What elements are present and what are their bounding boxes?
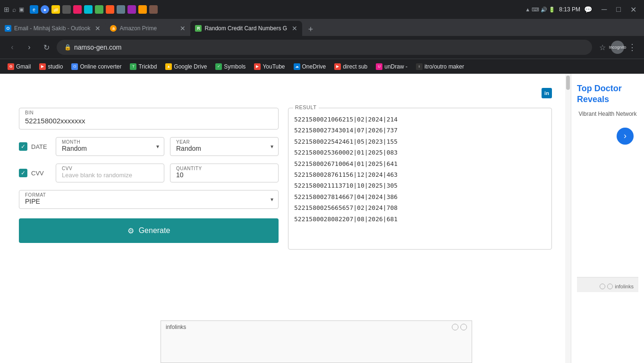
forward-button[interactable]: › — [23, 41, 36, 54]
bookmark-trickbd[interactable]: T Trickbd — [126, 62, 161, 71]
main-area: in BIN ✓ DAT — [0, 74, 571, 363]
cvv-checkbox-label: CVV — [31, 170, 50, 177]
result-line: 5221580025360002|01|2025|083 — [294, 147, 546, 158]
tab-outlook[interactable]: O Email - Minhaj Sakib - Outlook ✕ — [0, 21, 105, 36]
format-value: PIPE — [25, 198, 40, 205]
tab-outlook-title: Email - Minhaj Sakib - Outlook — [14, 25, 90, 32]
cvv-checkbox[interactable]: ✓ — [19, 169, 27, 177]
ad-title: Top Doctor Reveals — [577, 83, 638, 105]
taskbar-app5[interactable] — [106, 5, 114, 14]
infolinks-close-icon[interactable] — [460, 324, 467, 330]
format-dropdown[interactable]: FORMAT PIPE ▾ — [19, 190, 279, 209]
result-lines: 5221580021066215|02|2024|214522158002734… — [294, 114, 546, 225]
address-input[interactable]: 🔒 namso-gen.com — [57, 40, 592, 55]
result-section: RESULT 5221580021066215|02|2024|21452215… — [288, 108, 552, 250]
year-value: Random — [176, 145, 201, 152]
linkedin-area: in — [19, 88, 552, 98]
date-checkbox-row: ✓ DATE — [19, 142, 50, 151]
month-value: Random — [62, 145, 87, 152]
tab-gen-close[interactable]: ✕ — [292, 25, 297, 32]
incognito-button[interactable]: Incognito — [611, 41, 624, 54]
tab-amazon[interactable]: a Amazon Prime ✕ — [105, 21, 190, 36]
month-arrow-icon: ▾ — [156, 143, 159, 150]
infolinks-close-icons — [452, 324, 467, 330]
year-label: YEAR — [176, 139, 190, 145]
clock: 8:13 PM — [559, 6, 580, 13]
taskbar-chrome[interactable]: ● — [41, 5, 49, 14]
notification-icon[interactable]: 💬 — [584, 6, 592, 13]
left-form: BIN ✓ DATE MONTH Random ▾ — [19, 108, 279, 243]
cvv-checkbox-row: ✓ CVV — [19, 169, 50, 177]
bookmark-symbols[interactable]: ✓ Symbols — [212, 62, 249, 71]
taskbar-app2[interactable] — [73, 5, 82, 14]
bin-input[interactable] — [25, 110, 272, 125]
taskbar-app8[interactable] — [138, 5, 147, 14]
new-tab-button[interactable]: + — [304, 23, 317, 36]
bookmark-undraw[interactable]: U unDraw - — [372, 62, 411, 71]
vertical-scrollbar[interactable] — [565, 74, 571, 363]
tab-gen[interactable]: R Random Credit Card Numbers G ✕ — [190, 21, 302, 36]
cvv-placeholder: Leave blank to randomize — [62, 171, 132, 179]
browser-menu-button[interactable]: ⋮ — [626, 42, 638, 52]
taskbar-app4[interactable] — [95, 5, 103, 14]
bookmark-star-icon[interactable]: ☆ — [596, 41, 609, 54]
close-btn[interactable]: ✕ — [627, 5, 640, 14]
result-container: RESULT 5221580021066215|02|2024|21452215… — [288, 108, 552, 250]
year-dropdown[interactable]: YEAR Random ▾ — [170, 137, 279, 156]
result-line: 5221580021113710|10|2025|305 — [294, 180, 546, 191]
infolinks-bar-label: infolinks — [166, 324, 452, 330]
infolinks-dot-1[interactable] — [600, 284, 605, 289]
date-checkbox[interactable]: ✓ — [19, 142, 27, 151]
ad-subtitle: Vibrant Health Network — [578, 110, 636, 118]
linkedin-icon[interactable]: in — [542, 88, 552, 98]
date-label: DATE — [31, 143, 50, 150]
windows-icon[interactable]: ⊞ — [4, 6, 9, 13]
reload-button[interactable]: ↻ — [40, 41, 53, 54]
quantity-label: QUANTITY — [176, 166, 202, 171]
taskbar-app1[interactable] — [62, 5, 71, 14]
form-section: BIN ✓ DATE MONTH Random ▾ — [19, 108, 552, 250]
bookmark-youtube[interactable]: ▶ YouTube — [250, 62, 288, 71]
taskbar-app6[interactable] — [117, 5, 125, 14]
bookmark-onedrive[interactable]: ☁ OneDrive — [290, 62, 330, 71]
bookmark-studio[interactable]: ▶ studio — [35, 62, 67, 71]
infolinks-info-icon[interactable] — [452, 324, 458, 330]
bookmark-gmail[interactable]: G Gmail — [4, 62, 34, 71]
ad-arrow-button[interactable]: › — [617, 128, 634, 145]
bookmark-online-converter[interactable]: O Online converter — [68, 62, 125, 71]
taskbar-app7[interactable] — [127, 5, 136, 14]
task-view-icon[interactable]: ▣ — [19, 6, 24, 13]
address-bar: ‹ › ↻ 🔒 namso-gen.com ☆ Incognito ⋮ — [0, 36, 644, 59]
infolinks-dot-2[interactable] — [607, 284, 613, 289]
taskbar-app9[interactable] — [149, 5, 158, 14]
bookmarks-bar: G Gmail ▶ studio O Online converter T Tr… — [0, 59, 644, 74]
url-text: namso-gen.com — [74, 43, 121, 51]
tab-outlook-close[interactable]: ✕ — [95, 25, 101, 32]
search-icon[interactable]: ⌕ — [12, 6, 16, 13]
taskbar-explorer[interactable]: 📁 — [51, 5, 60, 14]
tab-amazon-close[interactable]: ✕ — [180, 25, 186, 32]
bookmark-itro[interactable]: i itro/outro maker — [412, 62, 468, 71]
taskbar-app3[interactable] — [84, 5, 93, 14]
generate-button[interactable]: ⚙ Generate — [19, 218, 279, 243]
bookmark-google-drive[interactable]: ▲ Google Drive — [161, 62, 211, 71]
result-line: 5221580028761156|12|2024|463 — [294, 169, 546, 180]
generate-button-label: Generate — [139, 226, 170, 235]
system-tray: ▲ ⌨ 🔊 🔋 — [525, 7, 555, 13]
result-line: 5221580028082207|08|2026|681 — [294, 214, 546, 225]
month-label: MONTH — [62, 139, 80, 145]
minimize-btn[interactable]: ─ — [598, 5, 610, 14]
result-line: 5221580026710064|01|2025|641 — [294, 158, 546, 169]
month-dropdown[interactable]: MONTH Random ▾ — [56, 137, 164, 156]
title-bar: ⊞ ⌕ ▣ e ● 📁 ▲ ⌨ 🔊 🔋 8:13 PM 💬 ─ □ — [0, 0, 644, 19]
tab-gen-title: Random Credit Card Numbers G — [204, 25, 287, 32]
result-line: 5221580027814667|04|2024|386 — [294, 191, 546, 202]
bookmark-direct-sub[interactable]: ▶ direct sub — [330, 62, 371, 71]
maximize-btn[interactable]: □ — [612, 5, 625, 14]
tab-amazon-title: Amazon Prime — [119, 25, 175, 32]
back-button[interactable]: ‹ — [6, 41, 19, 54]
result-label: RESULT — [293, 104, 319, 110]
scrollbar-thumb[interactable] — [566, 76, 570, 90]
format-label: FORMAT — [25, 192, 46, 198]
taskbar-edge[interactable]: e — [30, 5, 38, 14]
